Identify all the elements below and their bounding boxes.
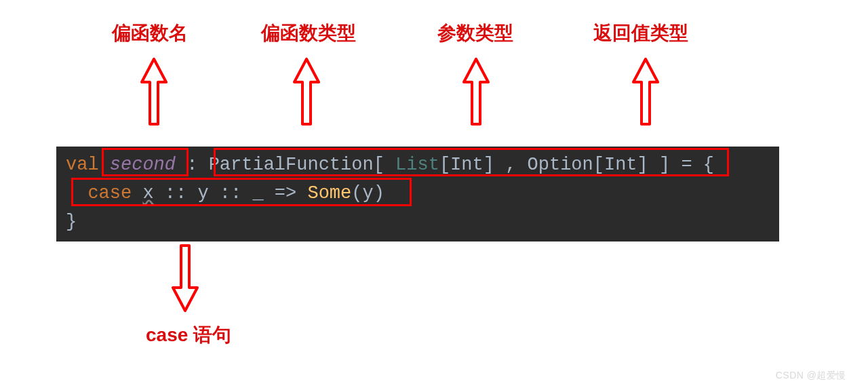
arrow-down-icon bbox=[170, 244, 200, 312]
diagram-container: 偏函数名 偏函数类型 参数类型 返回值类型 val second : Parti… bbox=[51, 0, 790, 386]
label-case-stmt: case 语句 bbox=[146, 322, 231, 348]
highlight-case-stmt bbox=[71, 178, 412, 206]
code-rbrace: } bbox=[66, 212, 77, 232]
label-fn-name: 偏函数名 bbox=[112, 20, 188, 46]
label-ret-type: 返回值类型 bbox=[593, 20, 688, 46]
highlight-fn-name bbox=[102, 148, 189, 176]
arrow-up-icon bbox=[461, 58, 491, 126]
code-keyword-val: val bbox=[66, 155, 99, 175]
watermark: CSDN @超爱慢 bbox=[776, 370, 846, 382]
arrow-up-icon bbox=[139, 58, 169, 126]
arrow-up-icon bbox=[292, 58, 321, 126]
highlight-type-sig bbox=[214, 148, 729, 176]
label-fn-type: 偏函数类型 bbox=[261, 20, 356, 46]
arrow-up-icon bbox=[631, 58, 660, 126]
label-arg-type: 参数类型 bbox=[437, 20, 513, 46]
